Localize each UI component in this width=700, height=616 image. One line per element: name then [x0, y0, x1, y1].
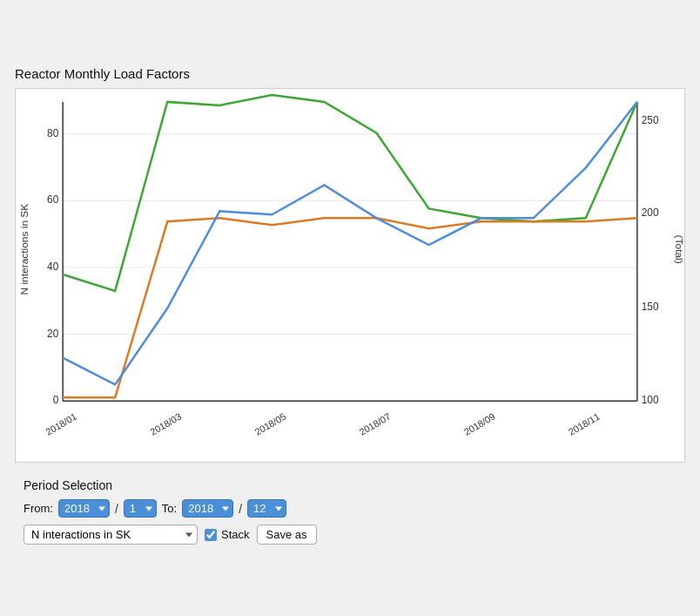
metric-select[interactable]: N interactions in SK: [24, 525, 198, 545]
stack-area: Stack: [205, 528, 250, 541]
to-year-wrap: 2018: [182, 499, 233, 518]
chart-area: 0 20 40 60 80 100 150 200 250 N interact…: [15, 88, 685, 463]
to-month-select[interactable]: 12: [247, 499, 286, 518]
stack-checkbox[interactable]: [205, 529, 217, 541]
to-year-select[interactable]: 2018: [182, 499, 233, 518]
to-month-wrap: 12: [247, 499, 286, 518]
metric-select-wrap: N interactions in SK: [24, 525, 198, 545]
to-label: To:: [162, 502, 177, 515]
svg-text:N interactions in SK: N interactions in SK: [18, 204, 30, 295]
svg-text:2018/03: 2018/03: [148, 411, 183, 437]
save-as-button[interactable]: Save as: [257, 525, 317, 545]
svg-text:100: 100: [642, 394, 659, 406]
svg-text:150: 150: [642, 301, 659, 313]
svg-text:2018/05: 2018/05: [252, 411, 287, 437]
controls-panel: Period Selection From: 2018 / 1 To: 2018: [15, 473, 685, 550]
svg-text:2018/11: 2018/11: [567, 411, 602, 437]
svg-text:200: 200: [642, 206, 659, 219]
svg-text:80: 80: [47, 127, 59, 139]
page-title: Reactor Monthly Load Factors: [15, 66, 685, 81]
svg-text:40: 40: [47, 261, 59, 273]
svg-text:250: 250: [642, 114, 659, 126]
slash-1: /: [115, 502, 118, 516]
svg-text:2018/07: 2018/07: [358, 411, 393, 437]
date-range-row: From: 2018 / 1 To: 2018 /: [24, 499, 676, 518]
from-month-wrap: 1: [124, 499, 157, 518]
svg-text:2018/09: 2018/09: [462, 411, 497, 437]
svg-text:2018/01: 2018/01: [44, 411, 78, 437]
svg-text:0: 0: [53, 394, 59, 406]
chart-svg: 0 20 40 60 80 100 150 200 250 N interact…: [16, 89, 684, 462]
from-year-select[interactable]: 2018: [58, 499, 110, 518]
metric-row: N interactions in SK Stack Save as: [24, 525, 676, 545]
svg-text:60: 60: [47, 193, 59, 206]
from-month-select[interactable]: 1: [124, 499, 157, 518]
from-label: From:: [24, 502, 53, 515]
svg-text:20: 20: [47, 328, 59, 340]
period-label: Period Selection: [24, 478, 676, 492]
svg-text:(Total): (Total): [673, 235, 684, 264]
main-container: Reactor Monthly Load Factors 0 20 40 60: [6, 58, 694, 558]
from-year-wrap: 2018: [58, 499, 110, 518]
stack-label: Stack: [221, 528, 250, 541]
slash-2: /: [239, 502, 242, 516]
